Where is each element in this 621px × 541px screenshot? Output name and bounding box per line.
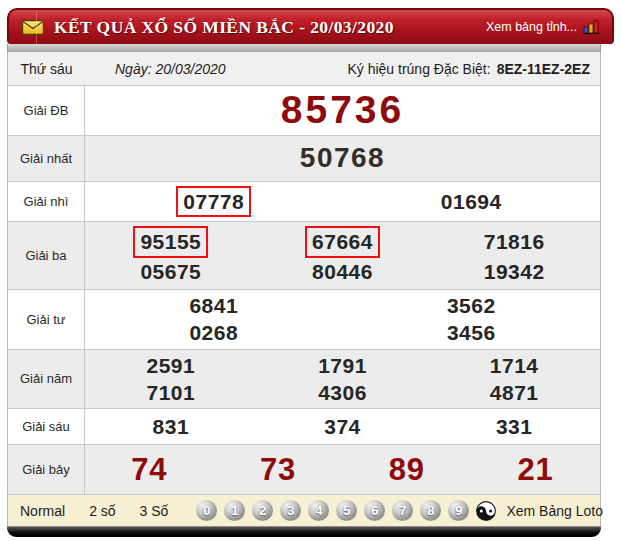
weekday-label: Thứ sáu: [8, 61, 85, 77]
prize-values-db: 85736: [85, 86, 600, 135]
digit-ball-1[interactable]: 1: [224, 500, 245, 521]
prize-value-line: 02683456: [85, 319, 600, 346]
lottery-result-widget: KẾT QUẢ XỔ SỐ MIỀN BẮC - 20/03/2020 Xem …: [7, 8, 614, 537]
header-bar: KẾT QUẢ XỔ SỐ MIỀN BẮC - 20/03/2020 Xem …: [7, 8, 614, 44]
digit-ball-strip: 0123456789: [196, 500, 469, 521]
digit-ball-6[interactable]: 6: [364, 500, 385, 521]
digit-ball-9[interactable]: 9: [448, 500, 469, 521]
prize-value-cell: 74: [85, 450, 214, 490]
digit-ball-4[interactable]: 4: [308, 500, 329, 521]
bar-chart-icon[interactable]: [583, 20, 600, 34]
prize-number: 4306: [318, 379, 367, 406]
draw-date: Ngày: 20/03/2020: [115, 61, 226, 77]
bottom-shadow: [7, 526, 601, 537]
mode-2so[interactable]: 2 số: [77, 503, 127, 519]
prize-value-cell: 374: [257, 413, 429, 440]
prize-number: 2591: [146, 352, 195, 379]
prize-value-cell: 831: [85, 413, 257, 440]
prize-row-tu: Giải tư6841356202683456: [8, 290, 600, 350]
footer-toolbar: Normal 2 số 3 Số 0123456789 Xem Bảng Lot…: [7, 495, 601, 526]
prize-number: 01694: [441, 188, 502, 215]
prize-value-cell: 07778: [85, 186, 343, 217]
prize-row-bay: Giải bảy74738921: [8, 445, 600, 495]
prize-value-cell: 4871: [428, 379, 600, 406]
prize-number: 71816: [484, 228, 545, 255]
envelope-icon: [22, 20, 44, 35]
prize-value-line: 0777801694: [85, 186, 600, 217]
prize-number: 831: [153, 413, 190, 440]
prize-label-db: Giải ĐB: [8, 86, 85, 135]
prize-value-line: 951556766471816: [85, 226, 600, 257]
prize-number-highlighted: 07778: [176, 186, 251, 217]
prize-rows-container: Giải ĐB85736Giải nhất50768Giải nhì077780…: [8, 86, 600, 495]
prize-number: 74: [131, 450, 167, 490]
results-table: Thứ sáu Ngày: 20/03/2020 Ký hiệu trúng Đ…: [7, 52, 601, 495]
prize-value-cell: 7101: [85, 379, 257, 406]
prize-value-cell: 95155: [85, 226, 257, 257]
prize-value-cell: 01694: [343, 186, 601, 217]
prize-label-nhat: Giải nhất: [8, 136, 85, 181]
prize-number: 3562: [447, 292, 496, 319]
prize-number: 73: [260, 450, 296, 490]
prize-value-cell: 19342: [428, 258, 600, 285]
digit-ball-0[interactable]: 0: [196, 500, 217, 521]
prize-values-sau: 831374331: [85, 409, 600, 444]
digit-ball-3[interactable]: 3: [280, 500, 301, 521]
prize-value-cell: 85736: [85, 89, 600, 132]
digit-ball-7[interactable]: 7: [392, 500, 413, 521]
prize-value-cell: 1791: [257, 352, 429, 379]
prize-label-ba: Giải ba: [8, 222, 85, 289]
mode-3so[interactable]: 3 Số: [128, 503, 181, 519]
prize-value-cell: 0268: [85, 319, 343, 346]
prize-values-nhi: 0777801694: [85, 182, 600, 221]
prize-value-line: 710143064871: [85, 379, 600, 406]
mode-normal[interactable]: Normal: [8, 503, 77, 519]
prize-value-line: 85736: [85, 89, 600, 132]
prize-value-cell: 4306: [257, 379, 429, 406]
prize-row-nhat: Giải nhất50768: [8, 136, 600, 182]
prize-values-nhat: 50768: [85, 136, 600, 181]
prize-value-cell: 89: [343, 450, 472, 490]
prize-number: 85736: [281, 89, 404, 132]
prize-value-cell: 21: [471, 450, 600, 490]
prize-label-bay: Giải bảy: [8, 445, 85, 494]
prize-value-cell: 80446: [257, 258, 429, 285]
prize-number: 1791: [318, 352, 367, 379]
prize-value-line: 50768: [85, 140, 600, 176]
prize-number: 1714: [490, 352, 539, 379]
view-province-table-link[interactable]: Xem bảng tỉnh...: [486, 20, 577, 34]
prize-number: 331: [496, 413, 533, 440]
page-title: KẾT QUẢ XỔ SỐ MIỀN BẮC - 20/03/2020: [54, 17, 394, 38]
prize-value-cell: 2591: [85, 352, 257, 379]
prize-value-line: 74738921: [85, 450, 600, 490]
digit-ball-8[interactable]: 8: [420, 500, 441, 521]
prize-number: 7101: [146, 379, 195, 406]
prize-number: 6841: [189, 292, 238, 319]
prize-value-cell: 73: [214, 450, 343, 490]
prize-number: 50768: [300, 140, 385, 176]
prize-value-cell: 3562: [343, 292, 601, 319]
prize-values-tu: 6841356202683456: [85, 290, 600, 349]
prize-value-line: 68413562: [85, 292, 600, 319]
prize-row-ba: Giải ba951556766471816056758044619342: [8, 222, 600, 290]
digit-ball-2[interactable]: 2: [252, 500, 273, 521]
yin-yang-icon[interactable]: [476, 501, 496, 521]
special-symbol-label: Ký hiệu trúng Đặc Biệt:: [347, 61, 490, 77]
view-loto-table-link[interactable]: Xem Bảng Loto: [506, 503, 603, 519]
prize-values-ba: 951556766471816056758044619342: [85, 222, 600, 289]
special-symbol-value: 8EZ-11EZ-2EZ: [497, 61, 590, 77]
prize-number-highlighted: 67664: [305, 226, 380, 257]
draw-info-row: Thứ sáu Ngày: 20/03/2020 Ký hiệu trúng Đ…: [8, 52, 600, 86]
prize-label-nhi: Giải nhì: [8, 182, 85, 221]
prize-row-nam: Giải năm259117911714710143064871: [8, 350, 600, 410]
prize-value-cell: 3456: [343, 319, 601, 346]
prize-value-cell: 67664: [257, 226, 429, 257]
prize-value-cell: 50768: [85, 140, 600, 176]
digit-ball-5[interactable]: 5: [336, 500, 357, 521]
prize-number: 3456: [447, 319, 496, 346]
prize-number: 0268: [189, 319, 238, 346]
prize-label-tu: Giải tư: [8, 290, 85, 349]
prize-number: 05675: [140, 258, 201, 285]
prize-number: 21: [517, 450, 553, 490]
prize-label-nam: Giải năm: [8, 350, 85, 409]
